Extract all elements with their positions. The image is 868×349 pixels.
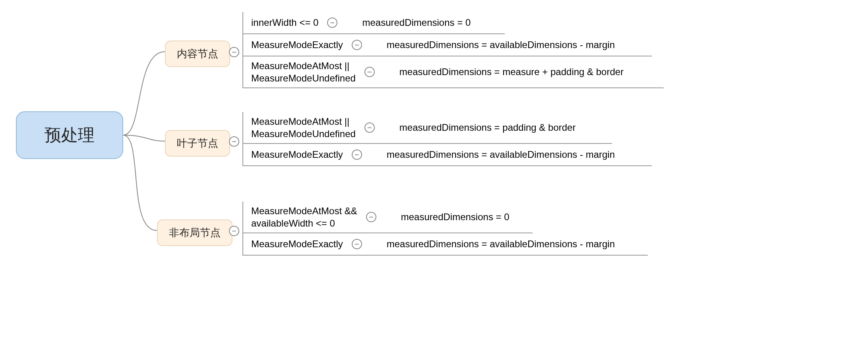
leaf-row: innerWidth <= 0 measuredDimensions = 0 (242, 12, 505, 34)
collapse-icon[interactable] (352, 149, 362, 160)
branch-leaf-node[interactable]: 叶子节点 (165, 130, 230, 157)
leaf-row: MeasureModeExactly measuredDimensions = … (242, 144, 652, 166)
condition-text: MeasureModeAtMost || MeasureModeUndefine… (251, 115, 356, 140)
branch-nonlayout-node[interactable]: 非布局节点 (157, 219, 232, 246)
leaf-row: MeasureModeExactly measuredDimensions = … (242, 34, 652, 56)
branch-label: 叶子节点 (177, 136, 218, 150)
collapse-icon[interactable] (352, 239, 362, 249)
collapse-icon[interactable] (229, 226, 239, 236)
collapse-icon[interactable] (327, 17, 337, 28)
condition-text: MeasureModeExactly (251, 238, 343, 250)
result-text: measuredDimensions = measure + padding &… (399, 66, 624, 78)
condition-text: MeasureModeAtMost && availableWidth <= 0 (251, 205, 357, 229)
result-text: measuredDimensions = availableDimensions… (387, 149, 615, 160)
branch-label: 内容节点 (177, 47, 218, 61)
collapse-icon[interactable] (364, 67, 375, 77)
result-text: measuredDimensions = 0 (362, 17, 471, 28)
condition-text: MeasureModeAtMost || MeasureModeUndefine… (251, 60, 356, 84)
collapse-icon[interactable] (352, 40, 362, 50)
branch-content-node[interactable]: 内容节点 (165, 41, 230, 67)
collapse-icon[interactable] (364, 122, 375, 133)
collapse-icon[interactable] (366, 212, 376, 222)
leaf-row: MeasureModeAtMost && availableWidth <= 0… (242, 202, 533, 233)
condition-text: MeasureModeExactly (251, 148, 343, 161)
condition-text: innerWidth <= 0 (251, 16, 318, 29)
collapse-icon[interactable] (229, 47, 239, 57)
result-text: measuredDimensions = availableDimensions… (387, 39, 615, 50)
collapse-icon[interactable] (229, 136, 239, 147)
result-text: measuredDimensions = 0 (401, 211, 510, 223)
result-text: measuredDimensions = availableDimensions… (387, 238, 615, 250)
leaf-row: MeasureModeAtMost || MeasureModeUndefine… (242, 112, 612, 144)
root-node[interactable]: 预处理 (16, 111, 123, 159)
leaf-row: MeasureModeAtMost || MeasureModeUndefine… (242, 56, 664, 88)
result-text: measuredDimensions = padding & border (399, 122, 576, 133)
mindmap-canvas: 预处理 内容节点 innerWidth <= 0 measuredDimensi… (8, 8, 860, 341)
branch-label: 非布局节点 (169, 226, 221, 240)
root-label: 预处理 (45, 124, 95, 146)
leaf-row: MeasureModeExactly measuredDimensions = … (242, 233, 648, 256)
condition-text: MeasureModeExactly (251, 39, 343, 51)
